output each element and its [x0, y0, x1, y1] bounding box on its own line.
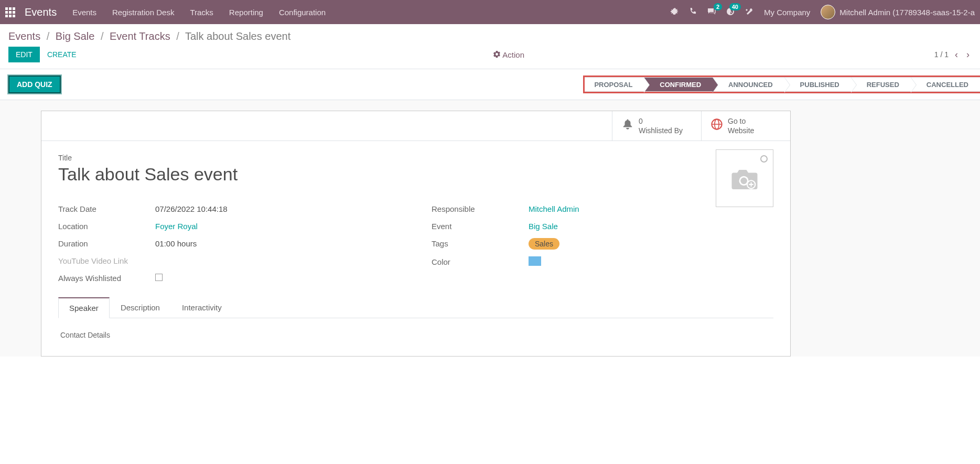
event-value[interactable]: Big Sale	[529, 222, 558, 231]
wishlisted-by-button[interactable]: 0 Wishlisted By	[612, 111, 701, 141]
duration-value: 01:00 hours	[155, 239, 197, 248]
always-wishlisted-label: Always Wishlisted	[58, 274, 155, 283]
pager: 1 / 1 ‹ ›	[934, 49, 972, 60]
left-column: Track Date 07/26/2022 10:44:18 Location …	[58, 200, 400, 287]
stage-refused[interactable]: REFUSED	[851, 77, 911, 92]
location-value[interactable]: Foyer Royal	[155, 222, 198, 231]
globe-icon	[711, 118, 723, 133]
kanban-state-dot[interactable]	[760, 155, 768, 163]
tags-label: Tags	[432, 239, 529, 248]
statusbar-row: ADD QUIZ PROPOSALCONFIRMEDANNOUNCEDPUBLI…	[0, 69, 980, 100]
activities-badge: 40	[729, 3, 741, 10]
wishlist-count: 0	[639, 116, 683, 126]
add-quiz-button[interactable]: ADD QUIZ	[8, 75, 61, 93]
track-date-value: 07/26/2022 10:44:18	[155, 204, 228, 213]
youtube-label: YouTube Video Link	[58, 256, 155, 265]
pager-next[interactable]: ›	[964, 49, 972, 60]
nav-tracks[interactable]: Tracks	[190, 8, 213, 17]
avatar	[821, 5, 835, 19]
company-selector[interactable]: My Company	[764, 8, 810, 17]
bell-icon	[622, 118, 633, 133]
top-navbar: Events Events Registration Desk Tracks R…	[0, 0, 980, 24]
responsible-value[interactable]: Mitchell Admin	[529, 204, 579, 213]
app-brand[interactable]: Events	[25, 6, 57, 18]
event-label: Event	[432, 222, 529, 231]
crumb-big-sale[interactable]: Big Sale	[56, 30, 95, 42]
user-name: Mitchell Admin (17789348-saas-15-2-a	[839, 8, 975, 17]
tab-content: Contact Details	[58, 318, 773, 343]
contact-details-heading: Contact Details	[60, 331, 771, 339]
notebook-tabs: Speaker Description Interactivity	[58, 297, 773, 318]
go-to-website-button[interactable]: Go to Website	[701, 111, 790, 141]
title-label: Title	[58, 154, 773, 162]
apps-icon[interactable]	[5, 7, 15, 17]
stage-proposal[interactable]: PROPOSAL	[585, 77, 644, 92]
nav-configuration[interactable]: Configuration	[279, 8, 326, 17]
title-value: Talk about Sales event	[58, 164, 773, 185]
wishlist-label: Wishlisted By	[639, 126, 683, 135]
tab-description[interactable]: Description	[110, 297, 171, 318]
gear-icon	[493, 50, 500, 59]
pager-prev[interactable]: ‹	[953, 49, 960, 60]
breadcrumb-row: Events / Big Sale / Event Tracks / Talk …	[0, 24, 980, 44]
responsible-label: Responsible	[432, 204, 529, 213]
duration-label: Duration	[58, 239, 155, 248]
activities-icon[interactable]: 40	[726, 7, 735, 17]
messages-icon[interactable]: 2	[707, 7, 716, 17]
crumb-events[interactable]: Events	[8, 30, 40, 42]
user-menu[interactable]: Mitchell Admin (17789348-saas-15-2-a	[821, 5, 975, 19]
track-date-label: Track Date	[58, 204, 155, 213]
location-label: Location	[58, 222, 155, 231]
color-label: Color	[432, 257, 529, 266]
crumb-current: Talk about Sales event	[185, 30, 290, 42]
always-wishlisted-checkbox[interactable]	[155, 274, 163, 281]
phone-icon[interactable]	[689, 7, 697, 17]
nav-reporting[interactable]: Reporting	[229, 8, 263, 17]
color-swatch[interactable]	[529, 256, 541, 266]
stage-announced[interactable]: ANNOUNCED	[713, 77, 784, 92]
nav-events[interactable]: Events	[72, 8, 96, 17]
camera-icon	[726, 163, 763, 194]
stage-published[interactable]: PUBLISHED	[784, 77, 851, 92]
form-view: 0 Wishlisted By Go to Website	[0, 100, 980, 357]
tab-speaker[interactable]: Speaker	[58, 297, 110, 318]
statusbar: PROPOSALCONFIRMEDANNOUNCEDPUBLISHEDREFUS…	[583, 75, 980, 93]
tag-sales[interactable]: Sales	[529, 238, 559, 250]
button-box: 0 Wishlisted By Go to Website	[41, 111, 790, 141]
form-sheet: 0 Wishlisted By Go to Website	[41, 111, 791, 357]
control-panel: EDIT CREATE Action 1 / 1 ‹ ›	[0, 44, 980, 69]
create-button[interactable]: CREATE	[40, 47, 84, 62]
breadcrumb: Events / Big Sale / Event Tracks / Talk …	[8, 30, 972, 42]
edit-button[interactable]: EDIT	[8, 47, 40, 62]
image-placeholder[interactable]	[716, 149, 773, 207]
main-menu: Events Registration Desk Tracks Reportin…	[72, 8, 326, 17]
stage-cancelled[interactable]: CANCELLED	[911, 77, 980, 92]
tools-icon[interactable]	[745, 7, 753, 17]
messages-badge: 2	[714, 3, 722, 10]
tab-interactivity[interactable]: Interactivity	[171, 297, 233, 318]
pager-text[interactable]: 1 / 1	[934, 50, 949, 59]
crumb-event-tracks[interactable]: Event Tracks	[110, 30, 170, 42]
nav-registration-desk[interactable]: Registration Desk	[112, 8, 174, 17]
svg-point-4	[740, 178, 747, 185]
action-menu[interactable]: Action	[493, 50, 524, 59]
right-column: Responsible Mitchell Admin Event Big Sal…	[432, 200, 773, 287]
bug-icon[interactable]	[670, 7, 679, 17]
systray: 2 40 My Company Mitchell Admin (17789348…	[670, 5, 975, 19]
stage-confirmed[interactable]: CONFIRMED	[644, 77, 713, 92]
